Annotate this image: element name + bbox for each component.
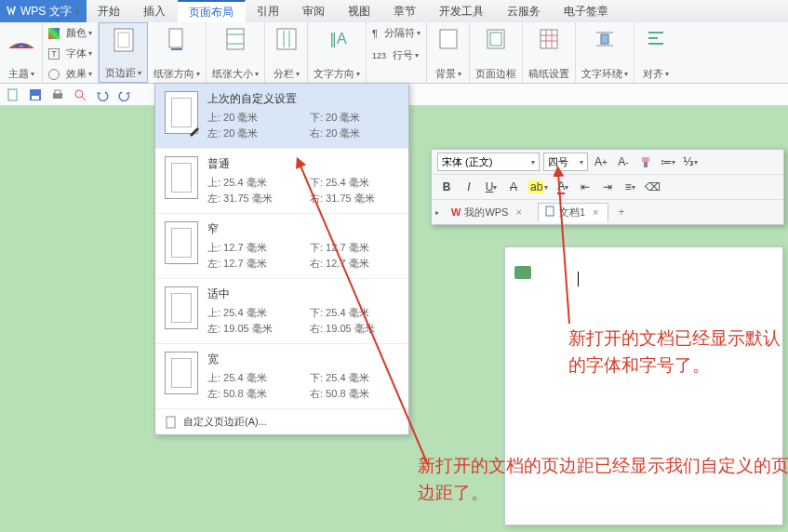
outdent-button[interactable]: ⇤ — [576, 178, 594, 196]
ribbon-margins[interactable]: 页边距▾ — [99, 22, 148, 83]
bold-button[interactable]: B — [437, 178, 456, 196]
tab-review[interactable]: 审阅 — [291, 0, 337, 22]
svg-line-19 — [82, 97, 86, 100]
brush-icon — [639, 155, 652, 168]
ribbon-orientation[interactable]: 纸张方向▾ — [148, 22, 207, 83]
ribbon-line-numbers[interactable]: 123 行号▾ — [372, 48, 419, 62]
app-name: WPS 文字 — [20, 4, 72, 20]
margins-thumb-icon — [165, 156, 198, 199]
font-icon: T — [48, 48, 60, 60]
tab-chapter[interactable]: 章节 — [382, 0, 428, 22]
tab-signature[interactable]: 电子签章 — [553, 0, 621, 22]
font-size-select[interactable]: 四号▾ — [543, 153, 588, 171]
columns-icon — [274, 26, 300, 52]
ribbon-size[interactable]: 纸张大小▾ — [207, 22, 265, 83]
manuscript-icon — [536, 26, 562, 52]
doc-tabs: ▸ W 我的WPS × 文档1 × + — [432, 200, 783, 224]
tab-view[interactable]: 视图 — [337, 0, 382, 22]
numbering-button[interactable]: ⅓▾ — [681, 153, 700, 171]
save-icon[interactable] — [28, 87, 43, 102]
svg-rect-12 — [601, 34, 608, 44]
annotation-right: 新打开的文档已经显示默认的字体和字号了。 — [568, 326, 782, 379]
close-icon[interactable]: × — [512, 206, 525, 218]
ribbon-align[interactable]: 对齐▾ — [634, 22, 677, 83]
background-icon — [435, 26, 461, 52]
margins-option-moderate[interactable]: 适中 上: 25.4 毫米 下: 25.4 毫米 左: 19.05 毫米 右: … — [155, 279, 408, 344]
ribbon-wrap[interactable]: 文字环绕▾ — [576, 22, 634, 83]
svg-rect-23 — [546, 206, 554, 216]
ribbon-theme[interactable]: 主题▾ — [0, 22, 43, 83]
ribbon-font[interactable]: T 字体▾ — [48, 47, 92, 60]
margins-thumb-icon — [165, 91, 198, 134]
align-icon — [643, 26, 669, 52]
new-tab-button[interactable]: + — [614, 206, 628, 219]
margins-option-narrow[interactable]: 窄 上: 12.7 毫米 下: 12.7 毫米 左: 12.7 毫米 右: 12… — [155, 214, 408, 279]
page-border-icon — [483, 26, 509, 52]
svg-rect-13 — [8, 89, 17, 100]
ribbon-background[interactable]: 背景▾ — [427, 22, 470, 83]
ribbon-page-border[interactable]: 页面边框 — [470, 22, 523, 83]
svg-rect-15 — [32, 96, 39, 100]
ribbon-columns[interactable]: 分栏▾ — [265, 22, 308, 83]
font-family-select[interactable]: 宋体 (正文)▾ — [437, 153, 540, 171]
preview-icon[interactable] — [73, 87, 87, 102]
text-direction-icon: ‖A — [324, 26, 350, 52]
wrap-icon — [592, 26, 618, 52]
font-color-button[interactable]: A▾ — [554, 178, 572, 196]
margins-option-custom[interactable]: 自定义页边距(A)... — [155, 409, 408, 434]
underline-button[interactable]: U▾ — [482, 178, 501, 196]
margins-option-last-custom[interactable]: 上次的自定义设置 上: 20 毫米 下: 20 毫米 左: 20 毫米 右: 2… — [155, 84, 408, 149]
redo-icon[interactable] — [117, 87, 132, 102]
line-spacing-button[interactable]: ≡▾ — [621, 178, 639, 196]
format-row-2: B I U▾ A ab▾ A▾ ⇤ ⇥ ≡▾ ⌫ — [432, 175, 783, 200]
ribbon-manuscript[interactable]: 稿纸设置 — [523, 22, 576, 83]
italic-button[interactable]: I — [460, 178, 478, 196]
new-icon[interactable] — [6, 87, 20, 102]
tab-references[interactable]: 引用 — [246, 0, 291, 22]
app-badge: WPS 文字 ▾ — [0, 0, 87, 22]
ribbon-breaks[interactable]: ¶ 分隔符▾ — [372, 26, 421, 40]
ribbon-text-direction[interactable]: ‖A 文字方向▾ — [308, 22, 367, 83]
tab-developer[interactable]: 开发工具 — [428, 0, 496, 22]
decrease-font-button[interactable]: A- — [614, 153, 633, 171]
margins-icon — [111, 27, 137, 53]
undo-icon[interactable] — [95, 87, 110, 102]
margins-thumb-icon — [165, 352, 198, 394]
margins-option-wide[interactable]: 宽 上: 25.4 毫米 下: 25.4 毫米 左: 50.8 毫米 右: 50… — [155, 344, 408, 409]
margins-dropdown: 上次的自定义设置 上: 20 毫米 下: 20 毫米 左: 20 毫米 右: 2… — [154, 83, 409, 435]
main-tabs: 开始 插入 页面布局 引用 审阅 视图 章节 开发工具 云服务 电子签章 — [87, 0, 621, 22]
tab-document-1[interactable]: 文档1 × — [538, 203, 609, 222]
section-badge-icon[interactable] — [514, 266, 531, 279]
page-icon — [165, 416, 178, 429]
chevron-down-icon[interactable]: ▾ — [75, 7, 79, 16]
wps-logo-icon: W — [451, 206, 461, 218]
tab-page-layout[interactable]: 页面布局 — [178, 0, 246, 22]
clear-format-button[interactable]: ⌫ — [643, 178, 662, 196]
indent-button[interactable]: ⇥ — [598, 178, 617, 196]
ribbon-effect[interactable]: 效果▾ — [48, 67, 92, 81]
tab-cloud[interactable]: 云服务 — [496, 0, 553, 22]
svg-rect-22 — [644, 162, 648, 167]
margins-option-normal[interactable]: 普通 上: 25.4 毫米 下: 25.4 毫米 左: 31.75 毫米 右: … — [155, 149, 408, 214]
tab-start[interactable]: 开始 — [87, 0, 132, 22]
tab-insert[interactable]: 插入 — [132, 0, 178, 22]
floating-toolbar: 宋体 (正文)▾ 四号▾ A+ A- ≔▾ ⅓▾ B I U▾ A ab▾ A▾… — [431, 149, 784, 225]
ribbon: 主题▾ 颜色▾ T 字体▾ 效果▾ 页边距▾ 纸张方向▾ 纸张大小▾ 分栏▾ ‖… — [0, 22, 788, 84]
strike-button[interactable]: A — [504, 178, 523, 196]
svg-rect-2 — [169, 29, 182, 47]
tab-my-wps[interactable]: W 我的WPS × — [445, 203, 532, 222]
theme-icon — [8, 26, 34, 52]
format-painter-button[interactable] — [636, 153, 655, 171]
close-icon[interactable]: × — [589, 206, 602, 218]
svg-text:‖A: ‖A — [329, 31, 347, 47]
bullets-button[interactable]: ≔▾ — [659, 153, 677, 171]
orientation-icon — [164, 26, 190, 52]
app-logo-icon — [6, 6, 17, 17]
highlight-button[interactable]: ab▾ — [527, 178, 550, 196]
print-icon[interactable] — [50, 87, 65, 102]
increase-font-button[interactable]: A+ — [592, 153, 610, 171]
tab-list-icon[interactable]: ▸ — [435, 208, 439, 217]
format-row-1: 宋体 (正文)▾ 四号▾ A+ A- ≔▾ ⅓▾ — [432, 150, 783, 175]
pencil-icon — [188, 124, 201, 137]
ribbon-color[interactable]: 颜色▾ — [48, 26, 92, 40]
